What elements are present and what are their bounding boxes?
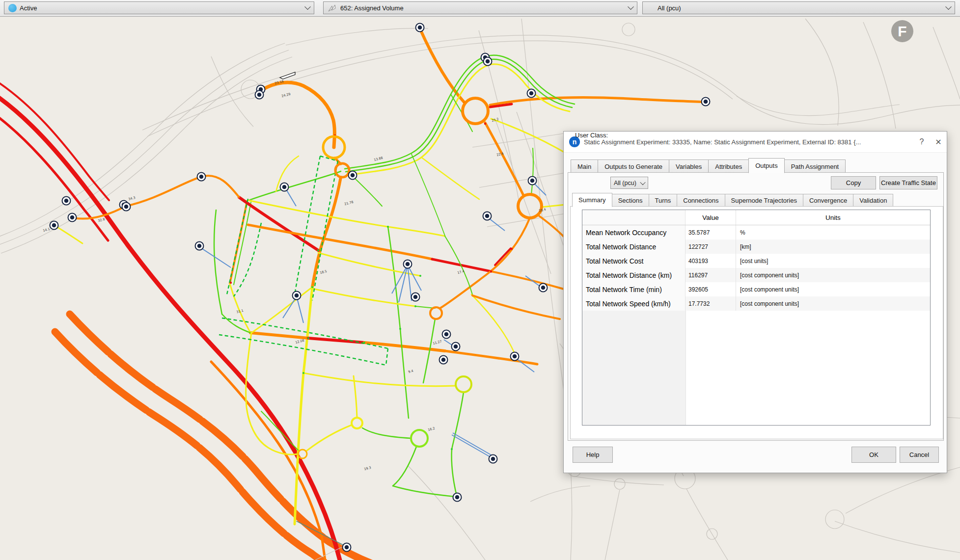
detector-icon [511,352,519,361]
volume-label: 31.1 [236,309,244,314]
table-row[interactable]: Total Network Cost 403193 [cost units] [582,254,930,268]
volume-label: 17.4 [457,269,465,275]
view-mode-icon [328,4,337,12]
volume-label: 9.4 [408,369,414,374]
detector-icon [280,183,289,191]
volume-label: 32.8 [98,217,106,223]
detector-icon [453,493,462,502]
tab-attributes[interactable]: Attributes [708,160,749,173]
watermark-logo: F [891,20,913,42]
top-toolbar: Active 652: Assigned Volume All (pcu) [0,0,960,17]
scenario-dropdown-label: Active [20,4,37,12]
roundabout [463,98,488,124]
roundabout [352,418,362,428]
motorway-red [0,80,340,560]
view-mode-dropdown[interactable]: 652: Assigned Volume [323,1,637,14]
detector-icon [68,213,77,222]
units-column-header: Units [736,210,930,225]
user-class-filter-dropdown[interactable]: All (pcu) [642,1,955,14]
detector-icon [452,343,460,351]
subtab-supernode-trajectories[interactable]: Supernode Trajectories [725,194,803,207]
subtab-summary[interactable]: Summary [572,193,612,207]
detector-icon [411,293,420,301]
detector-icon [197,173,206,181]
motorway-orange-double [55,314,390,560]
dialog-help-button[interactable]: ? [913,134,930,149]
chevron-down-icon [945,3,952,10]
static-assignment-experiment-dialog: n Static Assignment Experiment: 33335, N… [563,131,947,473]
roundabout [430,307,442,319]
detector-icon [527,89,536,98]
volume-labels-layer: 23.1824.2932.814.134.321.7818.511.2713.8… [43,80,547,471]
subtab-convergence[interactable]: Convergence [803,194,853,207]
tab-outputs-to-generate[interactable]: Outputs to Generate [598,160,669,173]
roundabout [298,450,307,458]
create-traffic-state-button[interactable]: Create Traffic State [879,176,937,189]
volume-label: 16.2 [428,427,436,432]
chevron-down-icon [304,3,311,10]
dialog-titlebar[interactable]: n Static Assignment Experiment: 33335, N… [564,132,947,153]
view-mode-label: 652: Assigned Volume [340,4,404,12]
user-class-combo[interactable]: All (pcu) [610,177,648,189]
subtab-connections[interactable]: Connections [677,194,725,207]
chevron-down-icon [628,3,634,10]
tab-outputs[interactable]: Outputs [748,158,785,173]
subtab-turns[interactable]: Turns [649,194,678,207]
detector-icon [293,292,301,300]
user-class-filter-label: All (pcu) [658,4,681,12]
detector-icon [528,177,537,185]
detector-icon [62,197,71,205]
tab-main[interactable]: Main [571,160,598,173]
detector-icon [702,98,710,106]
volume-label: 19.3 [364,466,372,471]
summary-table[interactable]: Value Units Mean Network Occupancy 35.57… [582,210,931,426]
volume-label: 34.3 [128,196,136,201]
chevron-down-icon [640,179,645,185]
detector-icon [195,242,204,250]
table-row[interactable]: Total Network Distance (km) 116297 [cost… [582,268,930,282]
volume-label: 11.27 [433,340,442,346]
scenario-dropdown[interactable]: Active [4,1,314,14]
user-class-label: User Class: [575,132,608,139]
volume-label: 12.08 [295,339,305,345]
roundabout [411,430,428,447]
volume-label: 21.78 [344,200,354,206]
tab-path-assignment[interactable]: Path Assignment [784,160,846,173]
volume-label: 24.29 [281,92,291,98]
detector-icon [50,221,58,230]
north-arrow-icon [280,72,295,79]
main-tabbar: Main Outputs to Generate Variables Attri… [571,158,845,173]
table-row[interactable]: Total Network Distance 122727 [km] [582,240,930,254]
cancel-button[interactable]: Cancel [900,447,939,463]
detector-icon [404,260,412,268]
detector-icon [489,455,497,463]
table-row[interactable]: Total Network Time (min) 392605 [cost co… [582,282,930,296]
subtab-validation[interactable]: Validation [853,194,893,207]
subtab-sections[interactable]: Sections [612,194,649,207]
outputs-subtabbar: Summary Sections Turns Connections Super… [572,192,893,207]
roundabout [456,376,471,392]
dialog-close-button[interactable]: ✕ [930,134,947,149]
detector-icon [442,330,451,339]
active-status-icon [8,4,17,12]
value-column-header: Value [686,210,736,225]
detector-icon [122,203,131,211]
tab-variables[interactable]: Variables [669,160,709,173]
help-button[interactable]: Help [573,447,613,463]
detector-icon [484,57,492,66]
selection-dashed-bands [219,156,388,365]
table-row[interactable]: Mean Network Occupancy 35.5787 % [582,225,930,240]
ok-button[interactable]: OK [851,447,896,463]
table-row[interactable]: Total Network Speed (km/h) 17.7732 [cost… [582,296,930,311]
dialog-title: Static Assignment Experiment: 33335, Nam… [584,138,861,146]
summary-table-header: Value Units [582,210,930,225]
detector-icon [416,24,424,32]
detector-icon [255,91,264,99]
volume-label: 18.5 [320,269,328,275]
copy-button[interactable]: Copy [831,176,876,189]
junction-marks [230,102,513,450]
volume-label: 13.88 [374,156,384,162]
detector-icon [539,284,548,292]
detector-icon [483,212,492,220]
user-class-combo-value: All (pcu) [614,180,636,187]
